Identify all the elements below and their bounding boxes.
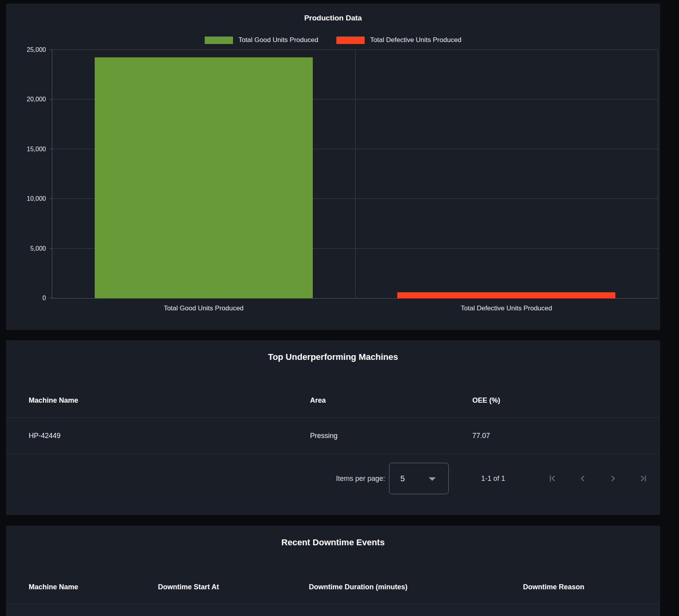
y-axis-tick-mark [50,50,52,50]
column-header: Area [287,396,450,405]
legend-swatch [205,37,233,44]
cell: 77.07 [450,432,660,440]
y-axis-tick-mark [50,99,52,99]
first-page-icon [547,473,558,484]
table-header-row: Machine NameAreaOEE (%) [6,383,660,418]
x-axis-labels: Total Good Units ProducedTotal Defective… [52,304,658,312]
y-axis-tick-label: 15,000 [3,146,46,153]
y-axis-tick-label: 10,000 [3,195,46,202]
column-header: Machine Name [6,583,135,591]
y-axis-tick-label: 5,000 [3,245,46,252]
caret-down-icon [429,477,436,481]
legend-label: Total Defective Units Produced [370,36,461,44]
last-page-button[interactable] [635,471,651,486]
items-per-page-select[interactable]: 5 [389,463,449,494]
next-page-button[interactable] [605,471,621,486]
y-axis-tick-mark [50,298,52,298]
previous-page-button[interactable] [575,471,591,486]
downtime-title: Recent Downtime Events [6,537,660,548]
partial-row [6,604,660,616]
legend-item-1[interactable]: Total Defective Units Produced [336,36,461,44]
table-header-row: Machine NameDowntime Start AtDowntime Du… [6,571,660,604]
y-axis-tick-mark [50,248,52,249]
x-axis-label-0: Total Good Units Produced [52,304,355,312]
cell: HP-42449 [6,432,287,440]
items-per-page-value: 5 [400,474,405,483]
paginator: Items per page: 5 1-1 of 1 [336,463,655,494]
last-page-icon [638,473,648,484]
bar-0[interactable] [95,57,313,298]
column-header: Downtime Reason [500,583,660,591]
cell: Pressing [287,432,450,440]
bar-slot-0 [52,50,355,298]
table-row: HP-42449Pressing77.07 [6,418,660,454]
underperforming-title: Top Underperforming Machines [6,352,660,362]
underperforming-table: Machine NameAreaOEE (%)HP-42449Pressing7… [6,383,660,454]
y-axis-tick-label: 0 [3,295,46,302]
chevron-left-icon [578,473,588,484]
column-header: Downtime Duration (minutes) [286,583,500,591]
x-axis-label-1: Total Defective Units Produced [355,304,658,312]
y-axis-tick-label: 20,000 [3,96,46,103]
column-header: Machine Name [6,396,287,405]
bar-1[interactable] [397,292,615,298]
chart-legend: Total Good Units ProducedTotal Defective… [6,36,660,44]
y-axis-tick-label: 25,000 [3,46,46,53]
items-per-page-label: Items per page: [336,475,385,483]
page-range-label: 1-1 of 1 [449,475,538,483]
chart-title: Production Data [6,14,660,22]
y-axis-tick-mark [50,149,52,149]
underperforming-machines-card: Top Underperforming Machines Machine Nam… [6,340,660,515]
y-axis-tick-mark [50,198,52,199]
production-chart-card: Production Data Total Good Units Produce… [6,4,660,330]
paginator-buttons [545,471,651,486]
column-header: Downtime Start At [135,583,286,591]
first-page-button[interactable] [545,471,560,486]
downtime-events-card: Recent Downtime Events Machine NameDownt… [6,526,660,616]
column-header: OEE (%) [450,396,660,405]
legend-swatch [336,37,365,44]
bar-slot-1 [355,50,658,298]
legend-item-0[interactable]: Total Good Units Produced [205,36,318,44]
chevron-right-icon [608,473,618,484]
downtime-table: Machine NameDowntime Start AtDowntime Du… [6,571,660,616]
plot-area: Total Good Units ProducedTotal Defective… [52,50,658,299]
legend-label: Total Good Units Produced [239,36,318,44]
